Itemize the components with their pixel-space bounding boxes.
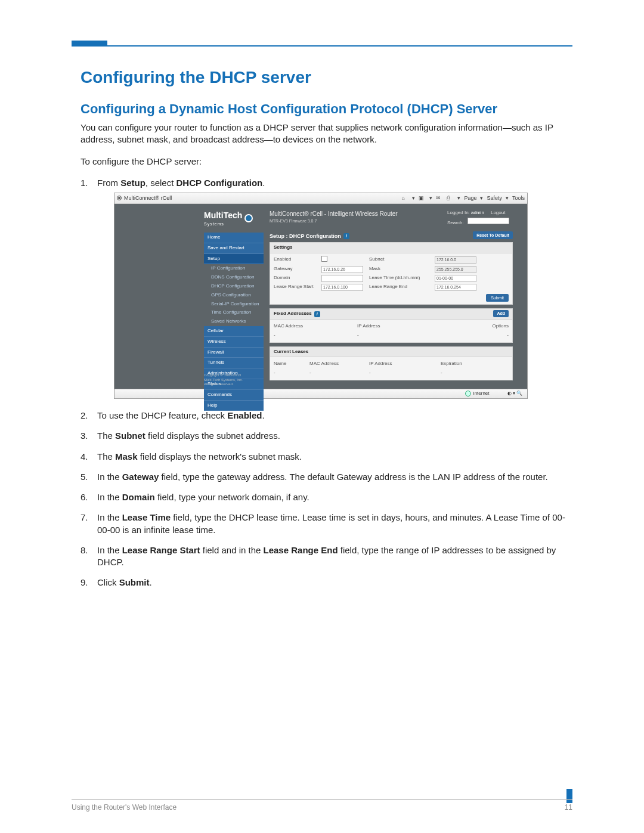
label-domain: Domain: [274, 275, 315, 281]
sidebar-sub-dhcp[interactable]: DHCP Configuration: [204, 282, 264, 291]
step-1: From Setup, select DHCP Configuration. M…: [80, 177, 572, 399]
col-opt: Options: [447, 323, 509, 330]
intro-paragraph: You can configure your router to functio…: [80, 122, 572, 146]
logo-circle-icon: [244, 214, 253, 222]
add-button[interactable]: Add: [493, 310, 509, 317]
step-2: To use the DHCP feature, check Enabled.: [80, 410, 572, 422]
col-ip2: IP Address: [369, 361, 441, 367]
sidebar-sub-time[interactable]: Time Configuration: [204, 308, 264, 317]
toolbar-sep2: ▾: [429, 194, 432, 202]
step-6: In the Domain field, type your network d…: [80, 491, 572, 503]
feed-icon[interactable]: ▣: [419, 194, 426, 202]
sidebar-item-tunnels[interactable]: Tunnels: [204, 358, 264, 368]
sidebar-sub-saved[interactable]: Saved Networks: [204, 317, 264, 326]
lease-input[interactable]: 01-00-00: [435, 275, 476, 282]
info-icon[interactable]: i: [314, 311, 320, 317]
table-row: -: [274, 332, 357, 339]
sidebar-item-cellular[interactable]: Cellular: [204, 326, 264, 337]
browser-tab-title: MultiConnect® rCell: [124, 194, 172, 202]
leases-title: Current Leases: [270, 347, 512, 358]
logged-in-label: Logged In:: [447, 210, 470, 215]
header-rule: [72, 45, 572, 47]
label-enabled: Enabled: [274, 256, 315, 263]
toolbar-sep3: ▾: [457, 194, 460, 202]
col-mac2: MAC Address: [309, 361, 369, 367]
logout-link[interactable]: Logout: [491, 210, 505, 215]
label-mask: Mask: [369, 266, 429, 272]
sidebar-item-commands[interactable]: Commands: [204, 390, 264, 401]
lrs-input[interactable]: 172.16.0.100: [321, 284, 363, 291]
internet-zone-icon: [465, 391, 471, 397]
step-5: In the Gateway field, type the gateway a…: [80, 471, 572, 483]
lead-paragraph: To configure the DHCP server:: [80, 156, 572, 168]
brand-logo: MultiTechSystems: [204, 210, 253, 227]
table-row: -: [441, 370, 509, 376]
label-lease: Lease Time (dd-hh-mm): [369, 275, 429, 281]
header-accent-tab: [72, 41, 107, 45]
zoom-controls[interactable]: ◐ ▾ 🔍: [507, 391, 522, 397]
fixed-title: Fixed Addresses: [274, 311, 312, 317]
search-label: Search:: [447, 220, 464, 225]
fixed-addresses-panel: Fixed Addresses i Add MAC Address IP Add…: [270, 308, 513, 342]
print-icon[interactable]: ⎙: [447, 194, 454, 202]
settings-panel: Settings Enabled Subnet 172.16.0.0 Gatew…: [270, 242, 513, 305]
footer-left: Using the Router's Web Interface: [72, 803, 177, 812]
col-ip: IP Address: [357, 323, 447, 330]
sidebar-item-save[interactable]: Save and Restart: [204, 243, 264, 254]
sidebar-sub-ip[interactable]: IP Configuration: [204, 264, 264, 273]
subnet-input[interactable]: 172.16.0.0: [435, 256, 476, 264]
footer-page-number: 11: [565, 803, 572, 812]
step-4: The Mask field displays the network's su…: [80, 451, 572, 463]
enabled-checkbox[interactable]: [321, 256, 327, 262]
menu-page[interactable]: Page: [464, 194, 476, 202]
menu-safety[interactable]: Safety: [487, 194, 502, 202]
step-3: The Subnet field displays the subnet add…: [80, 430, 572, 442]
logged-in-user: admin: [471, 210, 484, 215]
sidebar-item-home[interactable]: Home: [204, 233, 264, 243]
reset-button[interactable]: Reset To Default: [473, 231, 513, 239]
col-exp: Expiration: [441, 361, 509, 367]
col-mac: MAC Address: [274, 323, 357, 330]
table-row: -: [369, 370, 441, 376]
sidebar-item-wireless[interactable]: Wireless: [204, 337, 264, 348]
table-row: -: [447, 332, 509, 339]
router-screenshot: MultiConnect® rCell ⌂ ▾ ▣ ▾ ✉ ⎙ ▾ Page▾ …: [114, 193, 528, 399]
browser-titlebar: MultiConnect® rCell ⌂ ▾ ▣ ▾ ✉ ⎙ ▾ Page▾ …: [114, 193, 527, 204]
mail-icon[interactable]: ✉: [436, 194, 443, 202]
browser-statusbar: Internet ◐ ▾ 🔍: [114, 389, 527, 398]
step-8: In the Lease Range Start field and in th…: [80, 544, 572, 569]
app-title: MultiConnect® rCell - Intelligent Wirele…: [270, 210, 398, 224]
tab-favicon-icon: [117, 196, 122, 200]
section-heading: Configuring a Dynamic Host Configuration…: [80, 101, 572, 117]
table-row: -: [357, 332, 447, 339]
label-lrs: Lease Range Start: [274, 284, 315, 290]
menu-tools[interactable]: Tools: [512, 194, 525, 202]
step-7: In the Lease Time field, type the DHCP l…: [80, 512, 572, 536]
sidebar-item-setup[interactable]: Setup: [204, 254, 264, 265]
domain-input[interactable]: [321, 275, 363, 282]
sidebar-sub-ddns[interactable]: DDNS Configuration: [204, 273, 264, 282]
step-9: Click Submit.: [80, 577, 572, 589]
label-subnet: Subnet: [369, 256, 429, 263]
home-icon[interactable]: ⌂: [401, 194, 408, 202]
col-name: Name: [274, 361, 309, 367]
label-lre: Lease Range End: [369, 284, 429, 290]
label-gateway: Gateway: [274, 266, 315, 272]
table-row: -: [274, 370, 309, 376]
toolbar-sep: ▾: [412, 194, 415, 202]
sidebar-sub-gps[interactable]: GPS Configuration: [204, 291, 264, 300]
submit-button[interactable]: Submit: [486, 294, 509, 302]
table-row: -: [309, 370, 369, 376]
lre-input[interactable]: 172.16.0.254: [435, 284, 476, 291]
search-input[interactable]: [467, 218, 509, 224]
settings-panel-head: Settings: [270, 243, 512, 253]
mask-input[interactable]: 255.255.255.0: [435, 266, 476, 273]
breadcrumb: Setup : DHCP Configuration i Reset To De…: [270, 233, 513, 240]
page-heading: Configuring the DHCP server: [80, 68, 572, 87]
app-copyright: Copyright © 1995-2013 Multi-Tech Systems…: [204, 373, 243, 386]
sidebar-item-firewall[interactable]: Firewall: [204, 348, 264, 358]
current-leases-panel: Current Leases Name MAC Address IP Addre…: [270, 346, 513, 380]
sidebar-sub-serialip[interactable]: Serial-IP Configuration: [204, 300, 264, 309]
gateway-input[interactable]: 172.16.0.26: [321, 266, 363, 273]
info-icon[interactable]: i: [343, 233, 349, 239]
